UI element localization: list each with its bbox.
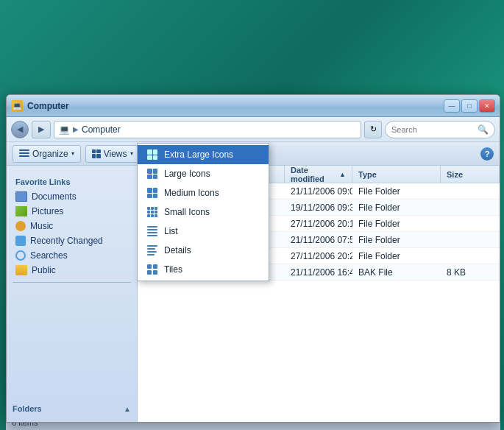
- details-icon: [146, 244, 158, 256]
- col-type[interactable]: Type: [352, 166, 441, 183]
- path-separator: ▶: [73, 125, 79, 133]
- status-bar: 💻 6 items: [7, 422, 500, 423]
- favorite-links-title: Favorite Links: [7, 175, 137, 189]
- file-type-bootsect: BAK File: [352, 267, 441, 278]
- sidebar-item-searches[interactable]: Searches: [7, 248, 137, 263]
- medium-icons-label: Medium Icons: [164, 188, 219, 198]
- folders-chevron: ▲: [124, 405, 131, 413]
- menu-item-tiles[interactable]: Tiles: [138, 260, 269, 279]
- recently-changed-icon: [15, 236, 26, 246]
- pictures-icon: [15, 206, 27, 216]
- file-date-inetpub: 21/11/2006 09:04: [285, 186, 352, 197]
- window-icon: 💻: [11, 100, 23, 112]
- window-title: Computer: [27, 101, 444, 111]
- folders-label: Folders: [13, 404, 42, 413]
- extra-large-icons-label: Extra Large Icons: [164, 149, 233, 160]
- small-icons-icon: [146, 206, 158, 218]
- sidebar-item-public[interactable]: Public: [7, 263, 137, 278]
- music-label: Music: [30, 221, 53, 231]
- views-label: Views: [104, 149, 127, 159]
- file-type-windows: File Folder: [352, 251, 441, 261]
- sidebar-item-music[interactable]: Music: [7, 219, 137, 233]
- list-icon: [146, 225, 158, 237]
- large-icons-label: Large Icons: [164, 169, 210, 179]
- medium-icons-icon: [146, 187, 158, 199]
- small-icons-label: Small Icons: [164, 207, 210, 217]
- searches-label: Searches: [30, 250, 68, 261]
- menu-item-extra-large-icons[interactable]: Extra Large Icons: [138, 145, 269, 164]
- help-button[interactable]: ?: [480, 147, 494, 161]
- sidebar-item-recently-changed[interactable]: Recently Changed: [7, 233, 137, 248]
- tiles-icon: [146, 264, 158, 275]
- path-icon: 💻: [59, 124, 70, 135]
- col-date-modified[interactable]: Date modified ▲: [285, 166, 352, 183]
- sidebar-item-documents[interactable]: Documents: [7, 189, 137, 204]
- file-type-inetpub: File Folder: [352, 186, 441, 197]
- file-date-program-files: 27/11/2006 20:18: [285, 219, 352, 229]
- organize-dropdown-arrow: ▾: [71, 150, 74, 157]
- music-icon: [15, 221, 26, 231]
- close-button[interactable]: ✕: [479, 99, 495, 113]
- back-button[interactable]: ◀: [11, 121, 29, 138]
- sidebar-separator: [13, 282, 131, 283]
- public-label: Public: [32, 265, 56, 275]
- public-icon: [15, 265, 27, 275]
- title-bar-buttons: — □ ✕: [444, 99, 495, 113]
- sidebar: Favorite Links Documents Pictures Music …: [7, 166, 138, 422]
- file-date-users: 21/11/2006 07:56: [285, 235, 352, 245]
- file-size-bootsect: 8 KB: [441, 267, 500, 278]
- organize-label: Organize: [32, 149, 68, 159]
- folders-section[interactable]: Folders ▲: [7, 401, 137, 416]
- file-date-bootsect: 21/11/2006 16:41: [285, 267, 352, 278]
- views-dropdown-arrow: ▾: [130, 150, 133, 157]
- list-label: List: [164, 226, 178, 236]
- sort-arrow: ▲: [339, 171, 346, 178]
- search-box[interactable]: 🔍: [385, 121, 495, 138]
- organize-icon: [19, 149, 29, 158]
- file-date-windows: 27/11/2006 20:28: [285, 251, 352, 261]
- col-size[interactable]: Size: [441, 166, 500, 183]
- views-button[interactable]: Views ▾: [85, 145, 140, 163]
- extra-large-icons-icon: [146, 149, 158, 161]
- search-input[interactable]: [391, 125, 475, 134]
- minimize-button[interactable]: —: [444, 99, 460, 113]
- file-type-mpegsuit: File Folder: [352, 202, 441, 213]
- menu-item-large-icons[interactable]: Large Icons: [138, 164, 269, 183]
- searches-icon: [15, 250, 26, 261]
- refresh-button[interactable]: ↻: [364, 121, 382, 138]
- path-computer: Computer: [82, 124, 121, 135]
- address-path[interactable]: 💻 ▶ Computer: [54, 121, 361, 138]
- file-type-program-files: File Folder: [352, 219, 441, 229]
- pictures-label: Pictures: [32, 206, 63, 216]
- title-bar: 💻 Computer — □ ✕: [7, 95, 500, 117]
- views-dropdown-menu: Extra Large Icons Large Icons Medium Ico…: [137, 143, 269, 281]
- large-icons-icon: [146, 168, 158, 180]
- file-date-mpegsuit: 19/11/2006 09:31: [285, 202, 352, 213]
- forward-button[interactable]: ▶: [32, 121, 51, 138]
- address-bar: ◀ ▶ 💻 ▶ Computer ↻ 🔍: [7, 117, 500, 142]
- recently-changed-label: Recently Changed: [30, 236, 103, 246]
- maximize-button[interactable]: □: [461, 99, 478, 113]
- menu-item-list[interactable]: List: [138, 222, 269, 241]
- documents-label: Documents: [32, 191, 77, 202]
- file-type-users: File Folder: [352, 235, 441, 245]
- views-icon: [92, 149, 101, 158]
- details-label: Details: [164, 245, 191, 255]
- menu-item-small-icons[interactable]: Small Icons: [138, 202, 269, 222]
- sidebar-item-pictures[interactable]: Pictures: [7, 204, 137, 219]
- organize-button[interactable]: Organize ▾: [13, 145, 81, 163]
- tiles-label: Tiles: [164, 264, 182, 275]
- search-icon: 🔍: [478, 124, 489, 135]
- documents-icon: [15, 191, 27, 202]
- menu-item-medium-icons[interactable]: Medium Icons: [138, 183, 269, 202]
- menu-item-details[interactable]: Details: [138, 241, 269, 260]
